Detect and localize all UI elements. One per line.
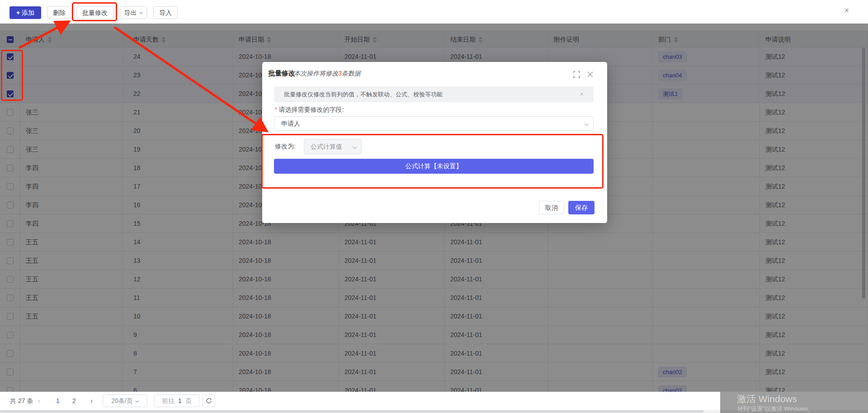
page: +添加 删除 批量修改 导出 导入 × 申请人 申请天数 申请日期 开始日期 结…	[0, 0, 868, 413]
chevron-down-icon	[352, 145, 356, 149]
page-size-select[interactable]: 20条/页	[103, 394, 147, 407]
required-star: *	[275, 106, 277, 113]
dialog-subtitle: 本次操作将修改3条数据	[294, 70, 361, 78]
close-icon[interactable]	[587, 71, 594, 78]
windows-watermark: 激活 Windows 转到“设置”以激活 Windows。	[720, 392, 868, 413]
horizontal-scrollbar-thumb[interactable]	[0, 410, 703, 413]
export-button[interactable]: 导出	[120, 6, 147, 19]
jump-prefix: 前往	[162, 397, 175, 404]
subtitle-suffix: 条数据	[342, 70, 361, 77]
subtitle-prefix: 本次操作将修改	[294, 70, 338, 77]
batch-edit-dialog: 批量修改 本次操作将修改3条数据 批量修改仅修改当前列的值，不触发联动、公式、校…	[262, 62, 607, 223]
dialog-title: 批量修改	[268, 69, 295, 78]
page-number-2[interactable]: 2	[69, 392, 80, 410]
chevron-down-icon	[584, 122, 588, 126]
modify-type-select[interactable]: 公式计算值	[304, 139, 362, 154]
chevron-left-icon[interactable]: ‹	[38, 392, 40, 410]
field-label: *请选择需要修改的字段:	[275, 106, 344, 114]
info-banner: 批量修改仅修改当前列的值，不触发联动、公式、校验等功能×	[274, 86, 594, 102]
add-button-label: 添加	[22, 9, 34, 16]
modify-to-label: 修改为:	[275, 142, 296, 151]
export-button-label: 导出	[124, 9, 137, 16]
import-button[interactable]: 导入	[153, 6, 178, 19]
add-button[interactable]: +添加	[9, 6, 41, 19]
refresh-icon[interactable]	[203, 394, 215, 407]
close-icon[interactable]: ×	[844, 6, 849, 15]
batch-edit-button[interactable]: 批量修改	[76, 6, 113, 19]
chevron-right-icon[interactable]: ›	[90, 392, 93, 410]
field-select[interactable]: 申请人	[274, 116, 594, 131]
pagination-total: 共 27 条	[10, 392, 33, 410]
save-button[interactable]: 保存	[568, 201, 594, 214]
watermark-line1: 激活 Windows	[737, 393, 797, 405]
jump-suffix: 页	[185, 397, 192, 404]
subtitle-count: 3	[338, 70, 342, 77]
chevron-down-icon	[139, 11, 143, 14]
cancel-button[interactable]: 取消	[539, 201, 564, 214]
modify-type-value: 公式计算值	[311, 143, 342, 150]
delete-button[interactable]: 删除	[47, 6, 71, 19]
chevron-down-icon	[135, 399, 139, 403]
formula-setup-button[interactable]: 公式计算【未设置】	[274, 159, 594, 174]
field-select-value: 申请人	[281, 120, 300, 127]
jump-input[interactable]: 1	[175, 397, 185, 404]
watermark-line2: 转到“设置”以激活 Windows。	[737, 405, 814, 413]
plus-icon: +	[16, 9, 20, 16]
page-size-label: 20条/页	[111, 397, 132, 404]
page-jump-box[interactable]: 前往1页	[154, 394, 199, 407]
info-banner-text: 批量修改仅修改当前列的值，不触发联动、公式、校验等功能	[284, 91, 443, 98]
field-label-text: 请选择需要修改的字段:	[278, 106, 344, 113]
page-number-1[interactable]: 1	[52, 392, 63, 410]
close-icon[interactable]: ×	[580, 86, 584, 102]
fullscreen-icon[interactable]	[573, 71, 580, 78]
toolbar: +添加 删除 批量修改 导出 导入	[0, 0, 868, 24]
